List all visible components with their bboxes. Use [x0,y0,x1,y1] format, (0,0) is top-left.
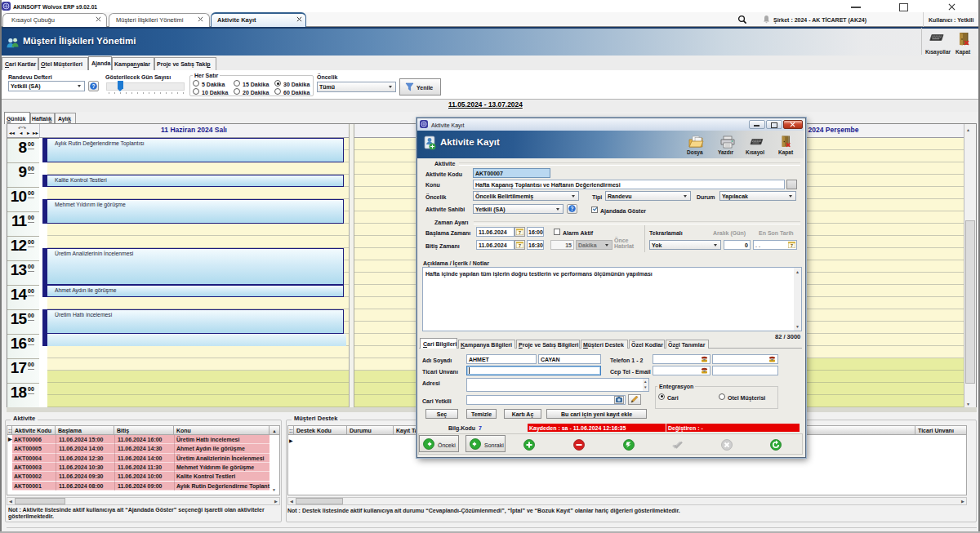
svg-text:?: ? [92,83,96,89]
svg-text:7: 7 [519,243,521,248]
svg-text:?: ? [571,206,574,211]
svg-text:7: 7 [519,230,521,235]
svg-text:7: 7 [791,243,793,248]
